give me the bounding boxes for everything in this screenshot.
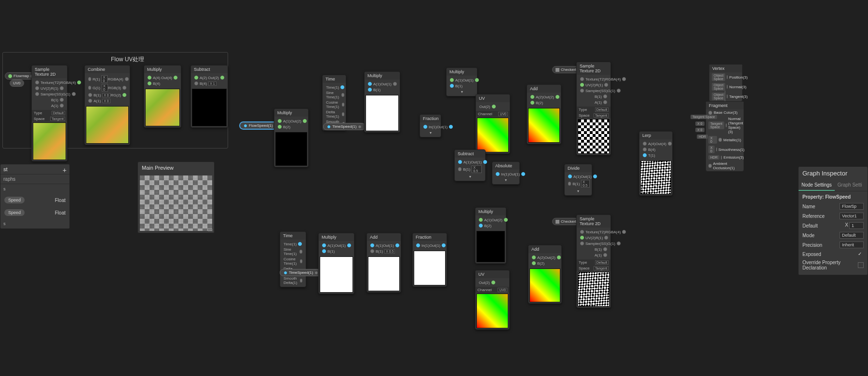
type-select[interactable]: Default (595, 260, 609, 265)
checkbox-exposed[interactable] (858, 251, 864, 257)
field-name[interactable]: FlowSp (840, 203, 864, 210)
add-property-button[interactable]: + (63, 166, 67, 174)
node-add-1[interactable]: Add A(2)Out(2) B(2) (527, 84, 561, 144)
node-fraction-2[interactable]: Fraction In(1)Out(1) (412, 233, 447, 287)
node-multiply-5[interactable]: Multiply A(1)Out(1) B(1) (318, 233, 354, 294)
node-preview (476, 294, 508, 328)
label-default: Default (802, 223, 818, 228)
node-preview (145, 89, 180, 126)
tab-graph-settings[interactable]: Graph Setti (835, 180, 865, 191)
node-title: Subtract (191, 66, 228, 73)
node-absolute[interactable]: Absolute In(1)Out(1) ▾ (492, 161, 520, 185)
val-r[interactable]: X 0 (101, 75, 108, 83)
blackboard[interactable]: st+ raphs s SpeedFloat SpeedFloat s (0, 164, 70, 229)
field-precision[interactable]: Inherit (840, 242, 864, 248)
val-a[interactable]: X 0 (102, 99, 110, 103)
node-add-2[interactable]: Add A(1)Out(1) B(1)X 0.5 (366, 233, 401, 293)
property-timespeed-1[interactable]: TimeSpeed(1) (323, 123, 366, 130)
inspector-title: Graph Inspector (799, 167, 868, 180)
node-multiply-1[interactable]: Multiply A(4)Out(4) B(4) (144, 65, 181, 128)
node-multiply-3[interactable]: Multiply A(1)Out(1) B(1) (364, 71, 400, 133)
node-add-3[interactable]: Add A(2)Out(2) B(2) (528, 245, 562, 304)
main-preview-panel[interactable]: Main Preview (137, 161, 215, 233)
tag-x0: X 0 (695, 121, 705, 126)
prop-pill[interactable]: Speed (4, 209, 25, 216)
node-multiply-6[interactable]: Multiply A(1)Out(2) B(2) (475, 207, 506, 264)
node-sample-texture-2d-1[interactable]: Sample Texture 2D Texture(T2)RGBA(4) UV(… (31, 65, 68, 161)
node-multiply-2[interactable]: Multiply A(1)Out(2) B(2) (274, 108, 309, 167)
graph-inspector[interactable]: Graph Inspector Node Settings Graph Sett… (798, 166, 868, 275)
node-title: Add (367, 233, 401, 241)
chevron-down-icon[interactable]: ▾ (461, 90, 463, 94)
node-title: Sample Texture 2D (32, 66, 67, 78)
field-default-x[interactable]: 1 (849, 222, 864, 229)
field-mode[interactable]: Default (840, 232, 864, 239)
node-title: Combine (85, 66, 130, 73)
val-b[interactable]: X 0.5 (581, 180, 590, 188)
tag-x0b: X 0 (695, 128, 705, 132)
master-fragment[interactable]: Fragment Base Color(3) Tangent SpaceNorm… (705, 101, 744, 172)
graph-canvas[interactable]: Flow UV处理 Flowmap UV0 Sample Texture 2D … (0, 0, 868, 376)
node-preview (320, 256, 353, 293)
node-subtract-2[interactable]: Subtract A(1)Out(1) B(1)X 0.5 ▾ (454, 149, 486, 181)
field-reference[interactable]: Vector1 (840, 213, 864, 219)
node-preview (275, 132, 307, 166)
inspector-property-title: Property: FlowSpeed (802, 194, 864, 200)
channel-select[interactable]: UV0 (498, 112, 508, 116)
node-title: Multiply (274, 109, 308, 117)
blackboard-subtitle: raphs (0, 175, 69, 184)
type-select[interactable]: Default (52, 111, 65, 115)
val-b[interactable]: X 0 (102, 93, 110, 97)
chevron-down-icon[interactable]: ▾ (577, 189, 579, 193)
tab-node-settings[interactable]: Node Settings (799, 180, 835, 191)
node-fraction-1[interactable]: Fraction In(1)Out(1) ▾ (420, 114, 441, 137)
node-subtract-1[interactable]: Subtract A(2)Out(2) B(4)X 1 (190, 65, 228, 128)
channel-select[interactable]: UV0 (498, 288, 507, 292)
checkbox-override[interactable] (858, 262, 864, 268)
node-lerp[interactable]: Lerp A(4)Out(4) B(4) T(1) (639, 131, 673, 196)
node-title: Sample Texture 2D (577, 62, 610, 75)
val-b[interactable]: X 1 (208, 81, 217, 86)
prop-type: Float (55, 210, 66, 215)
chevron-down-icon[interactable]: ▾ (505, 178, 507, 182)
node-title: Multiply (475, 208, 506, 215)
property-uv0[interactable]: UV0 (10, 80, 24, 87)
node-title: Fraction (413, 233, 447, 241)
property-timespeed-2[interactable]: TimeSpeed(1) (280, 269, 322, 276)
space-select[interactable]: Tangent (594, 266, 609, 270)
node-sample-texture-2d-3[interactable]: Sample Texture 2D Texture(T2)RGBA(4) UV(… (576, 215, 611, 308)
resize-handle[interactable] (208, 230, 213, 231)
node-title: Time (280, 232, 306, 240)
node-uv-2[interactable]: UV Out(2) ChannelUV0 (475, 270, 510, 330)
space-select[interactable]: Tangent (50, 117, 65, 121)
node-preview (33, 122, 66, 160)
val-g[interactable]: X 0 (102, 84, 108, 92)
main-preview-image (140, 175, 212, 231)
chevron-down-icon[interactable]: ▾ (430, 131, 432, 135)
node-uv-1[interactable]: UV Out(2) ChannelUV0 (475, 94, 510, 154)
property-row[interactable]: SpeedFloat (0, 206, 69, 219)
property-row[interactable]: SpeedFloat (0, 194, 69, 206)
node-preview (529, 269, 560, 302)
node-preview (86, 106, 129, 144)
type-select[interactable]: Default (595, 107, 609, 112)
node-time-2[interactable]: Time Time(1) Sine Time(1) Cosine Time(1)… (280, 231, 306, 287)
node-title: Subtract (455, 150, 485, 158)
val-b[interactable]: X 0.5 (472, 165, 482, 173)
node-combine[interactable]: Combine R(1)X 0RGBA(4) G(1)X 0RGB(3) B(1… (84, 65, 130, 145)
node-title: Fraction (420, 115, 441, 122)
prop-pill[interactable]: Speed (4, 197, 25, 203)
node-time-1[interactable]: Time Time(1) Sine Time(1) Cosine Time(1)… (322, 75, 346, 131)
node-divide[interactable]: Divide A(1)Out(1) B(1)X 0.5 ▾ (564, 164, 592, 196)
val-b[interactable]: X 0.5 (384, 249, 395, 254)
node-preview (476, 231, 505, 262)
chevron-down-icon[interactable]: ▾ (469, 175, 471, 179)
node-title: UV (476, 94, 510, 102)
master-vertex[interactable]: Vertex Object SpacePosition(3) Object Sp… (709, 64, 743, 102)
node-multiply-4[interactable]: Multiply A(1)Out(1) B(1) ▾ (446, 67, 477, 96)
node-preview (414, 251, 446, 285)
space-select[interactable]: Tangent (594, 113, 609, 118)
bb-section: s (0, 184, 69, 194)
node-sample-texture-2d-2[interactable]: Sample Texture 2D Texture(T2)RGBA(4) UV(… (576, 62, 611, 155)
tag-tangent: Tangent Space (691, 115, 717, 119)
